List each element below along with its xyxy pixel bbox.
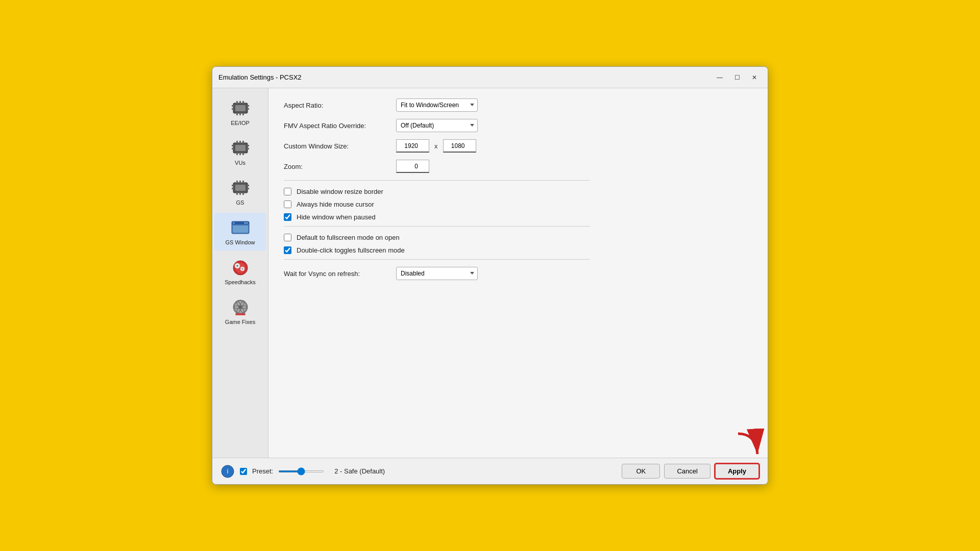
sidebar-item-gs[interactable]: GS: [214, 173, 266, 211]
disable-resize-label[interactable]: Disable window resize border: [297, 188, 383, 195]
svg-rect-15: [239, 141, 241, 143]
ok-button[interactable]: OK: [622, 464, 660, 479]
disable-resize-row: Disable window resize border: [284, 188, 590, 195]
custom-window-size-control: x: [396, 139, 476, 153]
vsync-row: Wait for Vsync on refresh: Disabled Enab…: [284, 267, 590, 280]
divider-2: [284, 226, 590, 227]
x-separator: x: [434, 142, 438, 150]
svg-point-47: [241, 268, 243, 270]
aspect-ratio-select[interactable]: Fit to Window/Screen 4:3 16:9 Stretch: [396, 98, 478, 112]
zoom-input[interactable]: [396, 160, 429, 173]
always-hide-cursor-checkbox[interactable]: [284, 201, 291, 208]
svg-rect-22: [247, 145, 249, 146]
zoom-row: Zoom:: [284, 160, 590, 173]
zoom-control: [396, 160, 429, 173]
hide-when-paused-checkbox[interactable]: [284, 213, 291, 221]
svg-rect-1: [235, 105, 246, 111]
gs-window-icon: [231, 218, 250, 237]
svg-rect-2: [236, 101, 238, 104]
svg-rect-17: [236, 153, 238, 155]
main-content: Aspect Ratio: Fit to Window/Screen 4:3 1…: [268, 88, 768, 458]
preset-slider-container: [278, 470, 324, 472]
svg-rect-54: [235, 313, 246, 315]
bottom-actions: OK Cancel Apply: [622, 463, 760, 479]
svg-rect-23: [247, 148, 249, 149]
svg-text:i: i: [227, 467, 229, 475]
svg-rect-3: [239, 101, 241, 104]
preset-value: 2 - Safe (Default): [334, 467, 385, 475]
window-body: EE/IOP: [212, 88, 768, 458]
svg-rect-25: [235, 185, 246, 191]
zoom-label: Zoom:: [284, 163, 396, 170]
svg-rect-16: [242, 141, 244, 143]
sidebar-item-speedhacks[interactable]: Speedhacks: [214, 253, 266, 290]
vus-icon: [231, 138, 250, 158]
close-button[interactable]: ✕: [747, 72, 762, 83]
vsync-control: Disabled Enabled Adaptive: [396, 267, 478, 280]
aspect-ratio-row: Aspect Ratio: Fit to Window/Screen 4:3 1…: [284, 98, 590, 112]
preset-checkbox[interactable]: [240, 468, 247, 475]
fmv-aspect-ratio-row: FMV Aspect Ratio Override: Off (Default)…: [284, 119, 590, 132]
maximize-button[interactable]: ☐: [730, 72, 744, 83]
svg-rect-11: [247, 108, 249, 110]
disable-resize-checkbox[interactable]: [284, 188, 291, 195]
svg-point-45: [236, 265, 238, 267]
apply-button-wrapper: Apply: [715, 463, 760, 479]
cancel-button[interactable]: Cancel: [664, 464, 710, 479]
default-fullscreen-label[interactable]: Default to fullscreen mode on open: [297, 234, 400, 241]
svg-rect-39: [233, 226, 248, 233]
settings-preset-icon: i: [220, 464, 235, 479]
sidebar-item-vus-label: VUs: [235, 160, 246, 166]
sidebar-item-game-fixes[interactable]: Game Fixes: [214, 292, 266, 330]
svg-rect-10: [247, 105, 249, 107]
hide-when-paused-row: Hide window when paused: [284, 213, 590, 221]
preset-slider[interactable]: [278, 470, 324, 472]
svg-rect-28: [242, 181, 244, 183]
sidebar-item-speedhacks-label: Speedhacks: [225, 279, 256, 285]
svg-point-40: [244, 222, 246, 224]
always-hide-cursor-row: Always hide mouse cursor: [284, 201, 590, 208]
window-controls: — ☐ ✕: [713, 72, 762, 83]
aspect-ratio-label: Aspect Ratio:: [284, 102, 396, 109]
window-width-input[interactable]: [396, 139, 429, 153]
emulation-settings-window: Emulation Settings - PCSX2 — ☐ ✕: [212, 66, 768, 485]
divider-3: [284, 259, 590, 260]
svg-rect-5: [236, 113, 238, 115]
minimize-button[interactable]: —: [713, 72, 727, 83]
fmv-aspect-ratio-select[interactable]: Off (Default) 4:3 16:9: [396, 119, 478, 132]
svg-rect-8: [232, 105, 234, 107]
svg-rect-4: [242, 101, 244, 104]
double-click-fullscreen-label[interactable]: Double-click toggles fullscreen mode: [297, 246, 405, 254]
svg-rect-27: [239, 181, 241, 183]
default-fullscreen-checkbox[interactable]: [284, 234, 291, 241]
vsync-select[interactable]: Disabled Enabled Adaptive: [396, 267, 478, 280]
hide-when-paused-label[interactable]: Hide window when paused: [297, 213, 376, 221]
svg-rect-14: [236, 141, 238, 143]
vsync-label: Wait for Vsync on refresh:: [284, 270, 396, 278]
svg-rect-19: [242, 153, 244, 155]
svg-rect-32: [232, 185, 234, 186]
divider-1: [284, 180, 590, 181]
svg-rect-9: [232, 108, 234, 110]
double-click-fullscreen-checkbox[interactable]: [284, 246, 291, 254]
window-height-input[interactable]: [443, 139, 476, 153]
apply-button[interactable]: Apply: [715, 463, 760, 479]
always-hide-cursor-label[interactable]: Always hide mouse cursor: [297, 201, 374, 208]
sidebar-item-ee-iop[interactable]: EE/IOP: [214, 93, 266, 131]
sidebar-item-vus[interactable]: VUs: [214, 133, 266, 171]
svg-rect-35: [247, 188, 249, 189]
svg-rect-13: [235, 145, 246, 151]
sidebar-item-game-fixes-label: Game Fixes: [225, 319, 255, 325]
game-fixes-icon: [231, 297, 250, 317]
svg-rect-34: [247, 185, 249, 186]
fmv-aspect-ratio-control: Off (Default) 4:3 16:9: [396, 119, 478, 132]
preset-label: Preset:: [252, 467, 273, 475]
svg-rect-6: [239, 113, 241, 115]
custom-window-size-row: Custom Window Size: x: [284, 139, 590, 153]
sidebar-item-gs-window-label: GS Window: [225, 239, 255, 245]
svg-rect-33: [232, 188, 234, 189]
svg-rect-21: [232, 148, 234, 149]
sidebar-item-gs-window[interactable]: GS Window: [214, 213, 266, 251]
sidebar-item-ee-iop-label: EE/IOP: [231, 120, 250, 126]
sidebar-item-gs-label: GS: [236, 199, 244, 206]
